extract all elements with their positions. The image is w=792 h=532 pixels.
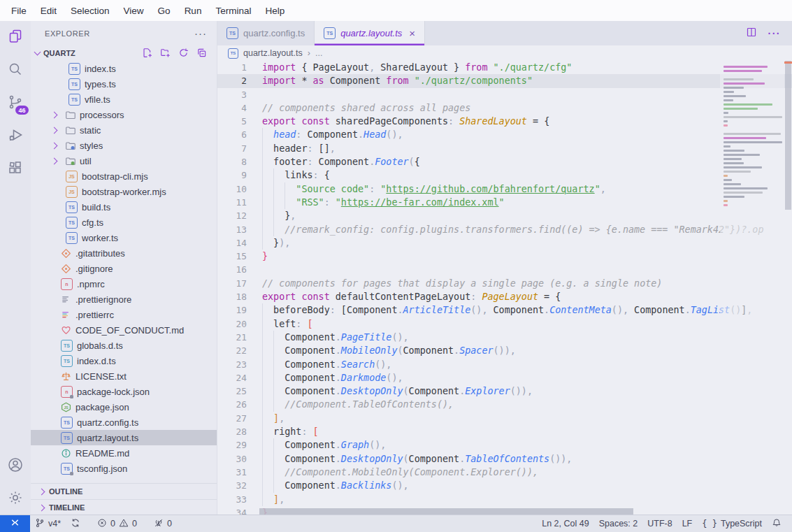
- tree-item-globals-d-ts[interactable]: TSglobals.d.ts: [31, 338, 217, 353]
- line-number[interactable]: 16: [217, 263, 247, 276]
- code-line-15[interactable]: 15}: [217, 250, 792, 263]
- tree-item-package-json[interactable]: JSpackage.json: [31, 399, 217, 415]
- problems-status[interactable]: 0 0: [92, 515, 142, 532]
- tree-item-types-ts[interactable]: TStypes.ts: [31, 76, 217, 92]
- breadcrumb-file[interactable]: quartz.layout.ts: [243, 48, 303, 58]
- line-number[interactable]: 29: [217, 438, 247, 452]
- sidebar-more-actions-button[interactable]: ···: [194, 27, 207, 39]
- code-line-27[interactable]: 27 ],: [217, 412, 792, 425]
- tree-item-code-of-conduct-md[interactable]: CODE_OF_CONDUCT.md: [31, 322, 217, 338]
- tree-item-processors[interactable]: processors: [31, 107, 217, 122]
- tab-quartz-layout[interactable]: TS quartz.layout.ts ×: [315, 21, 425, 45]
- code-line-4[interactable]: 4// components shared across all pages: [217, 101, 792, 115]
- code-line-7[interactable]: 7 header: [],: [217, 142, 792, 155]
- timeline-panel-header[interactable]: TIMELINE: [31, 499, 217, 515]
- code-line-3[interactable]: 3: [217, 88, 792, 101]
- line-number[interactable]: 2: [217, 74, 247, 87]
- menu-edit[interactable]: Edit: [34, 3, 64, 18]
- split-editor-button[interactable]: [746, 27, 757, 41]
- line-number[interactable]: 27: [217, 412, 247, 425]
- tree-item-readme-md[interactable]: README.md: [31, 445, 217, 461]
- tree-item--gitignore[interactable]: .gitignore: [31, 261, 217, 276]
- line-number[interactable]: 6: [217, 128, 247, 141]
- line-number[interactable]: 28: [217, 425, 247, 438]
- encoding-setting[interactable]: UTF-8: [642, 515, 677, 532]
- git-branch-status[interactable]: v4*: [30, 515, 66, 532]
- menu-file[interactable]: File: [4, 3, 34, 18]
- new-folder-button[interactable]: [160, 48, 171, 59]
- tree-item-package-lock-json[interactable]: npackage-lock.json: [31, 384, 217, 399]
- line-number[interactable]: 7: [217, 142, 247, 155]
- code-line-32[interactable]: 32 Component.Backlinks(),: [217, 479, 792, 492]
- line-number[interactable]: 20: [217, 317, 247, 331]
- tree-item-static[interactable]: static: [31, 122, 217, 138]
- line-number[interactable]: 31: [217, 466, 247, 479]
- line-number[interactable]: 4: [217, 101, 247, 115]
- run-debug-tab-button[interactable]: [0, 120, 31, 152]
- explorer-tab-button[interactable]: [0, 21, 31, 54]
- tree-item-index-d-ts[interactable]: TSindex.d.ts: [31, 353, 217, 368]
- tree-item-license-txt[interactable]: LICENSE.txt: [31, 368, 217, 384]
- code-line-21[interactable]: 21 Component.PageTitle(),: [217, 331, 792, 344]
- collapse-folders-button[interactable]: [196, 48, 207, 59]
- notifications-bell[interactable]: [767, 515, 786, 532]
- line-number[interactable]: 19: [217, 303, 247, 317]
- close-icon[interactable]: ×: [409, 27, 415, 39]
- tree-item-index-ts[interactable]: TSindex.ts: [31, 61, 217, 76]
- language-mode[interactable]: { } TypeScript: [697, 515, 767, 532]
- line-number[interactable]: 21: [217, 331, 247, 344]
- search-tab-button[interactable]: [0, 54, 31, 87]
- tree-item-quartz-layout-ts[interactable]: TSquartz.layout.ts: [31, 430, 217, 445]
- code-line-17[interactable]: 17// components for pages that display a…: [217, 277, 792, 290]
- remote-indicator[interactable]: [0, 515, 30, 532]
- code-line-19[interactable]: 19 beforeBody: [Component.ArticleTitle()…: [217, 303, 792, 317]
- line-number[interactable]: 17: [217, 277, 247, 290]
- line-number[interactable]: 14: [217, 236, 247, 250]
- tree-item-vfile-ts[interactable]: TSvfile.ts: [31, 92, 217, 107]
- code-line-16[interactable]: 16: [217, 263, 792, 276]
- line-number[interactable]: 26: [217, 398, 247, 411]
- tree-item--prettierrc[interactable]: .prettierrc: [31, 307, 217, 322]
- settings-button[interactable]: [0, 482, 31, 515]
- code-line-33[interactable]: 33 ],: [217, 493, 792, 506]
- tree-item-bootstrap-worker-mjs[interactable]: JSbootstrap-worker.mjs: [31, 184, 217, 199]
- code-line-22[interactable]: 22 Component.MobileOnly(Component.Spacer…: [217, 344, 792, 357]
- workspace-section-header[interactable]: QUARTZ: [31, 45, 217, 61]
- code-line-26[interactable]: 26 //Component.TableOfContents(),: [217, 398, 792, 411]
- source-control-tab-button[interactable]: 46: [0, 87, 31, 120]
- tree-item-build-ts[interactable]: TSbuild.ts: [31, 199, 217, 215]
- outline-panel-header[interactable]: OUTLINE: [31, 483, 217, 499]
- menu-view[interactable]: View: [117, 3, 151, 18]
- line-number[interactable]: 33: [217, 493, 247, 506]
- breadcrumb-symbol[interactable]: ...: [315, 48, 322, 58]
- minimap[interactable]: [720, 61, 784, 508]
- code-line-5[interactable]: 5export const sharedPageComponents: Shar…: [217, 115, 792, 128]
- line-number[interactable]: 22: [217, 344, 247, 357]
- indentation-setting[interactable]: Spaces: 2: [594, 515, 643, 532]
- line-number[interactable]: 15: [217, 250, 247, 263]
- menu-terminal[interactable]: Terminal: [208, 3, 258, 18]
- vertical-scrollbar[interactable]: [784, 61, 792, 515]
- extensions-tab-button[interactable]: [0, 152, 31, 185]
- code-line-11[interactable]: 11 "RSS": "https://be-far.com/index.xml": [217, 196, 792, 209]
- line-number[interactable]: 25: [217, 384, 247, 398]
- vertical-scrollbar-slider[interactable]: [785, 61, 791, 210]
- code-line-14[interactable]: 14 }),: [217, 236, 792, 250]
- code-line-9[interactable]: 9 links: {: [217, 168, 792, 182]
- cursor-position[interactable]: Ln 2, Col 49: [537, 515, 593, 532]
- code-editor[interactable]: 1import { PageLayout, SharedLayout } fro…: [217, 61, 792, 515]
- accounts-button[interactable]: [0, 450, 31, 482]
- line-number[interactable]: 9: [217, 168, 247, 182]
- more-actions-button[interactable]: ···: [768, 28, 782, 39]
- line-number[interactable]: 5: [217, 115, 247, 128]
- new-file-button[interactable]: [142, 48, 152, 59]
- tree-item-cfg-ts[interactable]: TScfg.ts: [31, 215, 217, 230]
- code-line-2[interactable]: 2import * as Component from "./quartz/co…: [217, 74, 792, 87]
- line-number[interactable]: 1: [217, 61, 247, 74]
- menu-go[interactable]: Go: [151, 3, 178, 18]
- code-line-10[interactable]: 10 "Source code": "https://github.com/bf…: [217, 182, 792, 196]
- horizontal-scrollbar-slider[interactable]: [259, 508, 633, 515]
- tree-item-tsconfig-json[interactable]: TStsconfig.json: [31, 461, 217, 476]
- tree-item-bootstrap-cli-mjs[interactable]: JSbootstrap-cli.mjs: [31, 168, 217, 184]
- menu-run[interactable]: Run: [178, 3, 209, 18]
